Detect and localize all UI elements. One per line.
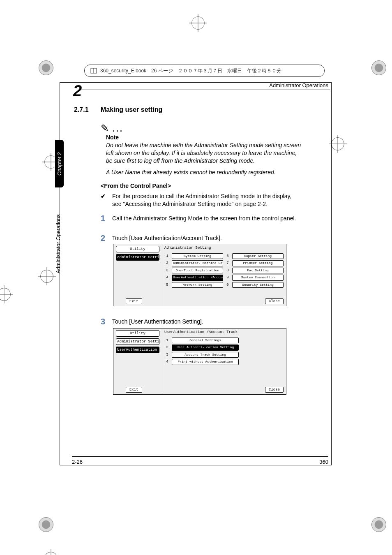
system-setting-button[interactable]: System Setting — [172, 253, 223, 259]
menu-num: 8 — [225, 268, 231, 273]
printer-setting-button[interactable]: Printer Setting — [232, 260, 284, 266]
menu-grid: 1 General Settings 2 User Authenti- cati… — [162, 336, 241, 367]
crop-cross — [0, 285, 13, 303]
step-3: 3 Touch [User Authentication Setting]. — [101, 318, 302, 326]
book-icon — [90, 67, 97, 74]
section-title: Making user setting — [101, 106, 162, 113]
print-without-auth-button[interactable]: Print without Authentication — [172, 359, 239, 365]
copier-setting-button[interactable]: Copier Setting — [232, 253, 284, 259]
panel-right-column: Administrator Setting 1 System Setting 6… — [162, 244, 286, 306]
header-right: Administrator Operations — [269, 82, 328, 88]
sidebar-section-label: Administrator Operations — [55, 191, 61, 273]
pageline-text: 360_security_E.book 26 ページ ２００７年３月７日 水曜日… — [100, 67, 281, 74]
step-1: 1 Call the Administrator Setting Mode to… — [101, 215, 302, 222]
step-text: Touch [User Authentication Setting]. — [112, 318, 302, 326]
menu-num: 5 — [164, 282, 170, 288]
menu-num: 7 — [225, 260, 231, 266]
menu-num: 1 — [164, 338, 170, 343]
crop-circle — [39, 60, 53, 75]
step-number: 3 — [101, 316, 105, 327]
step-text: Call the Administrator Setting Mode to t… — [112, 215, 302, 222]
user-auth-account-track-pill[interactable]: UserAuthentication /Account Track — [116, 347, 159, 353]
panel-title: UserAuthentication /Account Track — [164, 330, 284, 334]
step-2: 2 Touch [User Authentication/Account Tra… — [101, 234, 302, 242]
header-rule — [78, 90, 330, 90]
crop-circle — [371, 60, 386, 75]
crop-circle — [39, 517, 53, 532]
subhead: <From the Control Panel> — [101, 183, 171, 189]
user-auth-setting-button[interactable]: User Authenti- cation Setting — [172, 345, 239, 350]
crop-circle — [371, 517, 386, 532]
admin-machine-setting-button[interactable]: Administrator/ Machine Setting — [172, 260, 223, 266]
admin-setting-pill[interactable]: Administrator Setting — [116, 338, 159, 345]
step-number: 1 — [101, 213, 105, 224]
panel-left-column: Utility Administrator Setting UserAuthen… — [113, 328, 162, 394]
menu-num: 3 — [164, 268, 170, 273]
footer-rule — [72, 456, 328, 457]
close-button[interactable]: Close — [265, 298, 284, 304]
crop-cross — [38, 267, 56, 285]
check-icon: ✔ — [101, 192, 106, 200]
menu-num: 4 — [164, 359, 170, 365]
control-panel-screenshot-1: Utility Administrator Setting Exit Admin… — [113, 244, 286, 306]
system-connection-button[interactable]: System Connection — [232, 275, 284, 280]
menu-num: 3 — [164, 352, 170, 358]
menu-num: 2 — [164, 260, 170, 266]
menu-num: 9 — [225, 275, 231, 280]
note-pen-icon: ✎ — [101, 123, 109, 134]
admin-setting-pill[interactable]: Administrator Setting — [116, 254, 159, 261]
panel-right-column: UserAuthentication /Account Track 1 Gene… — [162, 328, 286, 394]
one-touch-registration-button[interactable]: One-Touch Registration — [172, 268, 223, 273]
general-settings-button[interactable]: General Settings — [172, 338, 239, 343]
menu-num: 4 — [164, 275, 170, 280]
note-body-2: A User Name that already exists cannot b… — [106, 169, 302, 176]
crop-cross — [189, 14, 207, 32]
bullet-text: For the procedure to call the Administra… — [112, 192, 302, 208]
note-dots: ... — [113, 125, 124, 134]
step-text: Touch [User Authentication/Account Track… — [112, 234, 302, 242]
sidebar-chapter-tab: Chapter 2 — [55, 140, 64, 187]
chapter-number-large: 2 — [73, 82, 82, 100]
menu-num: 0 — [225, 282, 231, 288]
pageline: 360_security_E.book 26 ページ ２００７年３月７日 水曜日… — [84, 65, 325, 77]
utility-pill[interactable]: Utility — [116, 330, 159, 337]
footer-model: 360 — [319, 459, 328, 465]
user-auth-account-track-button[interactable]: UserAuthentication /Account Track — [172, 275, 223, 280]
menu-num: 2 — [164, 345, 170, 350]
section-number: 2.7.1 — [74, 106, 89, 113]
network-setting-button[interactable]: Network Setting — [172, 282, 223, 288]
menu-num: 6 — [225, 253, 231, 259]
account-track-setting-button[interactable]: Account Track Setting — [172, 352, 239, 358]
close-button[interactable]: Close — [265, 387, 284, 393]
menu-grid: 1 System Setting 6 Copier Setting 2 Admi… — [162, 252, 286, 289]
step-number: 2 — [101, 233, 105, 244]
footer-page-number: 2-26 — [72, 459, 83, 465]
control-panel-screenshot-2: Utility Administrator Setting UserAuthen… — [113, 328, 286, 395]
note-label: Note — [106, 134, 119, 141]
crop-cross — [42, 549, 60, 555]
panel-left-column: Utility Administrator Setting Exit — [113, 244, 162, 306]
fax-setting-button[interactable]: Fax Setting — [232, 268, 284, 273]
security-setting-button[interactable]: Security Setting — [232, 282, 284, 288]
note-body-1: Do not leave the machine with the Admini… — [106, 141, 302, 165]
utility-pill[interactable]: Utility — [116, 246, 159, 252]
bullet-prereq: ✔ For the procedure to call the Administ… — [101, 192, 302, 208]
panel-title: Administrator Setting — [164, 246, 284, 250]
menu-num: 1 — [164, 253, 170, 259]
exit-button[interactable]: Exit — [126, 387, 142, 393]
exit-button[interactable]: Exit — [126, 298, 142, 304]
